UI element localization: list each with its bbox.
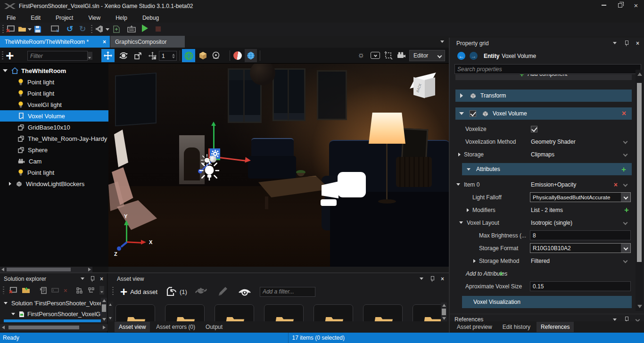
menu-project[interactable]: Project (48, 15, 81, 21)
expander-icon[interactable] (467, 208, 469, 212)
tree-row-cam[interactable]: Cam (0, 155, 108, 167)
screenspace-effects-icon[interactable] (371, 52, 380, 59)
rotate-tool-button[interactable] (117, 49, 130, 62)
light-falloff-dropdown[interactable]: PhysicallyBasedButNotAccurate (530, 192, 631, 202)
voxel-grid-toggle-button[interactable] (182, 49, 195, 62)
camera-gizmo-billboard[interactable] (320, 170, 368, 209)
add-modifier-icon[interactable]: + (624, 206, 629, 214)
scene-tree-hscrollbar[interactable] (0, 267, 92, 272)
tree-row-point-light-3[interactable]: Point light (0, 167, 108, 178)
tab-output[interactable]: Output (201, 322, 227, 332)
export-window-icon[interactable] (51, 25, 59, 33)
asset-tile[interactable] (116, 304, 155, 321)
voxelize-checkbox[interactable] (531, 126, 537, 132)
asset-tile[interactable] (264, 304, 304, 321)
delete-icon[interactable]: × (64, 287, 67, 294)
tab-edit-history[interactable]: Edit history (498, 322, 535, 332)
minimize-button[interactable] (596, 0, 612, 10)
rename-icon[interactable] (51, 287, 59, 293)
navigation-visual-button[interactable] (210, 49, 222, 62)
close-panel-icon[interactable]: × (100, 276, 103, 282)
menu-file[interactable]: File (0, 15, 23, 21)
dropdown-chevron-icon[interactable] (623, 139, 628, 144)
close-panel-icon[interactable]: × (441, 276, 444, 282)
asset-tile[interactable] (165, 304, 205, 321)
add-entity-button[interactable]: + (6, 48, 14, 63)
panel-menu-caret[interactable] (420, 278, 423, 280)
asset-tile[interactable] (413, 304, 441, 321)
add-asset-label[interactable]: Add asset (130, 288, 157, 295)
menu-debug[interactable]: Debug (135, 15, 166, 21)
tab-asset-view[interactable]: Asset view (115, 322, 150, 332)
asset-vscrollbar[interactable] (441, 302, 447, 321)
view-cube[interactable]: BACK (413, 71, 437, 100)
dropdown-chevron-icon[interactable] (623, 220, 628, 225)
tab-references[interactable]: References (537, 322, 574, 332)
solution-root-row[interactable]: Solution 'FirstPersonShooter_VoxelGI' (0, 298, 107, 309)
tree-row-gridbase[interactable]: GridBase10x10 (0, 122, 108, 133)
asset-tree-splitter[interactable] (108, 302, 113, 321)
property-grid-scrollbar[interactable] (636, 70, 643, 311)
solution-selected-row[interactable] (4, 319, 101, 322)
expander-icon[interactable] (460, 93, 463, 98)
tree-row-windowlightblockers[interactable]: WindowLightBlockers (0, 178, 108, 189)
tree-row-point-light-2[interactable]: Point light (0, 88, 108, 99)
tab-thewhiteroom[interactable]: TheWhiteRoom/TheWhiteRoom * × (0, 36, 110, 48)
dropdown-chevron-icon[interactable] (623, 152, 628, 157)
tree-row-root[interactable]: TheWhiteRoom (0, 65, 108, 76)
light-bulb-billboard[interactable] (199, 161, 219, 180)
expander-icon[interactable] (3, 69, 8, 72)
editor-mode-dropdown[interactable]: Editor (409, 50, 445, 61)
close-panel-icon[interactable]: × (636, 40, 639, 47)
expander-icon[interactable] (458, 153, 461, 156)
pin-icon[interactable] (624, 41, 628, 46)
max-brightness-input[interactable] (530, 230, 631, 240)
tab-close-icon[interactable]: × (99, 39, 110, 45)
asset-filter-input[interactable] (260, 287, 315, 297)
expand-all-icon[interactable] (76, 287, 83, 294)
camera-bounds-icon[interactable] (384, 51, 393, 59)
gizmo-axis-x-tip[interactable] (245, 157, 251, 163)
tree-row-voxelgi-light[interactable]: VoxelGI light (0, 99, 108, 110)
section-attributes[interactable]: Attributes + (462, 163, 632, 175)
close-button[interactable]: × (628, 0, 644, 10)
property-search-input[interactable] (454, 64, 641, 74)
add-asset-plus-icon[interactable]: + (120, 286, 127, 298)
open-dropdown-caret[interactable] (28, 28, 32, 31)
properties-icon[interactable] (40, 287, 47, 294)
render-mode-globe-button[interactable] (245, 49, 257, 62)
reload-assemblies-icon[interactable] (113, 25, 120, 33)
save-icon[interactable] (34, 25, 41, 33)
material-mode-icon[interactable] (233, 51, 242, 60)
tree-row-sphere[interactable]: Sphere (0, 144, 108, 155)
expander-icon[interactable] (459, 112, 464, 115)
scene-viewport[interactable]: BACK Y X Z (108, 64, 449, 267)
expander-icon[interactable] (473, 259, 476, 263)
entity-filter-input[interactable] (27, 51, 88, 61)
gizmo-axis-x[interactable] (220, 157, 246, 162)
visual-studio-icon[interactable] (95, 25, 103, 33)
tree-row-whiteroom-model[interactable]: The_White_Room-Jay-Hardy (0, 133, 108, 144)
edit-asset-icon[interactable] (217, 286, 228, 297)
section-voxel-volume[interactable]: Voxel Volume × (455, 107, 632, 120)
menu-view[interactable]: View (81, 15, 108, 21)
tab-asset-preview[interactable]: Asset preview (453, 322, 496, 332)
toolbar-overflow-grip[interactable] (99, 286, 104, 294)
section-transform[interactable]: Transform (455, 90, 632, 102)
solution-project-row[interactable]: FirstPersonShooter_VoxelGI.Gar (0, 309, 107, 319)
tab-overflow-caret[interactable] (440, 41, 444, 43)
menu-help[interactable]: Help (108, 15, 135, 21)
pin-icon[interactable] (90, 276, 94, 282)
asset-tile[interactable] (314, 304, 353, 321)
new-project-icon[interactable] (9, 287, 17, 294)
asset-preview-eye-icon[interactable] (238, 287, 251, 296)
move-tool-button[interactable] (101, 49, 115, 62)
add-to-attributes-icon[interactable]: + (499, 270, 504, 278)
remove-component-icon[interactable]: × (622, 110, 626, 117)
collapse-all-icon[interactable] (88, 287, 95, 294)
expander-icon[interactable] (459, 221, 463, 224)
open-folder-icon[interactable] (18, 26, 26, 32)
pin-icon[interactable] (624, 317, 628, 321)
export-pending-icon[interactable] (166, 286, 177, 297)
tree-row-voxel-volume[interactable]: Voxel Volume (0, 110, 108, 122)
